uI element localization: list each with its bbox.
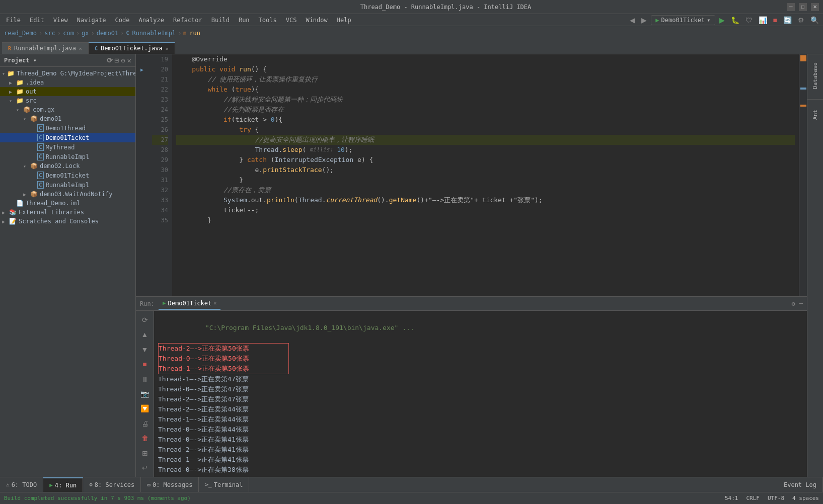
project-sidebar: Project ▾ ⟳ ⊟ ⚙ ✕ ▾ 📁 Thread_Demo G:\MyI… [0, 54, 136, 477]
line-separator[interactable]: CRLF [746, 495, 760, 501]
idea-folder-icon: 📁 [16, 79, 24, 86]
menu-view[interactable]: View [49, 16, 72, 25]
rerun-button[interactable]: ⟳ [138, 313, 152, 326]
run-tab-close-icon[interactable]: ✕ [213, 300, 216, 306]
tree-item-iml[interactable]: 📄 Thread_Demo.iml [0, 199, 135, 208]
database-panel-label[interactable]: Database [810, 58, 820, 93]
navigate-back-button[interactable]: ◀ [628, 15, 637, 25]
menu-vcs[interactable]: VCS [282, 16, 301, 25]
run-output[interactable]: "C:\Program Files\Java\jdk1.8.0_191\bin\… [154, 311, 807, 477]
print-button[interactable]: 🖨 [138, 416, 152, 430]
linenum-34: 34 [152, 205, 168, 215]
breadcrumb-method[interactable]: run [189, 30, 200, 37]
navigate-forward-button[interactable]: ▶ [639, 15, 649, 25]
bottom-tab-run[interactable]: ▶ 4: Run [43, 477, 83, 492]
gutter-33 [136, 195, 148, 205]
bottom-tab-terminal[interactable]: >_ Terminal [199, 477, 249, 492]
type-interrupted: InterruptedException [275, 155, 354, 165]
filter-button[interactable]: 🔽 [138, 402, 152, 415]
code-line-23: //解决线程安全问题第一种：同步代码块 [176, 95, 795, 105]
code-content-area[interactable]: @Override public void run () { // 使用死循环，… [172, 54, 799, 296]
menu-edit[interactable]: Edit [26, 16, 48, 25]
tree-item-demo1thread[interactable]: C Demo1Thread [0, 123, 135, 133]
stop-run-button[interactable]: ■ [138, 357, 152, 371]
gutter-20[interactable]: ▶ [136, 64, 148, 74]
tab-runnableimpl-close[interactable]: ✕ [79, 46, 82, 51]
profiler-button[interactable]: 📊 [757, 15, 769, 25]
bottom-tab-todo[interactable]: ⚠ 6: TODO [0, 477, 43, 492]
run-tab-demo01ticket[interactable]: ▶ Demo01Ticket ✕ [159, 298, 220, 310]
tab-demo01ticket[interactable]: C Demo01Ticket.java ✕ [89, 42, 175, 54]
tree-item-idea[interactable]: ▶ 📁 .idea [0, 78, 135, 87]
pause-button[interactable]: ⏸ [138, 372, 152, 386]
breadcrumb-com[interactable]: com [63, 30, 74, 37]
maximize-button[interactable]: □ [799, 3, 807, 11]
sidebar-sync-icon[interactable]: ⟳ [107, 56, 113, 64]
delete-button[interactable]: 🗑 [138, 432, 152, 445]
menu-window[interactable]: Window [302, 16, 331, 25]
menu-help[interactable]: Help [333, 16, 355, 25]
linenum-24: 24 [152, 105, 168, 115]
tab-demo01ticket-close[interactable]: ✕ [166, 46, 169, 51]
tree-item-runnableimpl[interactable]: C RunnableImpl [0, 152, 135, 161]
menu-refactor[interactable]: Refactor [169, 16, 206, 25]
settings-button[interactable]: ⚙ [796, 15, 806, 25]
expand-all-button[interactable]: ⊞ [138, 446, 152, 460]
menu-code[interactable]: Code [111, 16, 134, 25]
tree-item-out[interactable]: ▶ 📁 out [0, 87, 135, 96]
bottom-tab-services[interactable]: ⚙ 8: Services [83, 477, 141, 492]
sidebar-settings-icon[interactable]: ⚙ [121, 56, 125, 64]
tree-item-demo02-runnableimpl[interactable]: C RunnableImpl [0, 180, 135, 190]
ant-panel-label[interactable]: Ant [810, 106, 820, 124]
run-button[interactable]: ▶ [717, 15, 727, 25]
breadcrumb-gx[interactable]: gx [82, 30, 89, 37]
tree-item-src[interactable]: ▾ 📁 src [0, 96, 135, 105]
tree-item-extlibs[interactable]: ▶ 📚 External Libraries [0, 208, 135, 217]
breadcrumb-src[interactable]: src [44, 30, 55, 37]
debug-button[interactable]: 🐛 [729, 15, 741, 25]
sync-button[interactable]: 🔄 [781, 15, 794, 25]
sidebar-close-icon[interactable]: ✕ [127, 56, 131, 64]
tab-runnableimpl[interactable]: R RunnableImpl.java ✕ [2, 42, 89, 54]
menu-navigate[interactable]: Navigate [73, 16, 110, 25]
bottom-tab-services-label: 8: Services [95, 481, 134, 488]
menu-run[interactable]: Run [235, 16, 254, 25]
close-button[interactable]: ✕ [811, 3, 819, 11]
gutter-30 [136, 165, 148, 175]
tree-item-demo02-demo01ticket[interactable]: C Demo01Ticket [0, 171, 135, 180]
use-soft-wraps-button[interactable]: ↵ [138, 461, 152, 475]
tree-item-scratches[interactable]: ▶ 📝 Scratches and Consoles [0, 217, 135, 226]
search-everywhere-button[interactable]: 🔍 [808, 15, 821, 25]
scroll-up-button[interactable]: ▲ [138, 327, 152, 341]
run-config-selector[interactable]: ▶ Demo01Ticket ▾ [651, 15, 715, 25]
run-with-coverage-button[interactable]: 🛡 [743, 15, 755, 25]
breadcrumb-project[interactable]: read_Demo [4, 30, 37, 37]
file-encoding[interactable]: UTF-8 [768, 495, 784, 501]
tree-item-mythread[interactable]: C MyThread [0, 142, 135, 152]
bottom-tab-run-label: 4: Run [55, 482, 77, 489]
tree-item-demo02[interactable]: ▾ 📦 demo02.Lock [0, 161, 135, 171]
menu-file[interactable]: File [2, 16, 25, 25]
scroll-down-button[interactable]: ▼ [138, 343, 152, 356]
run-minimize-icon[interactable]: ─ [799, 300, 803, 307]
tree-item-demo01[interactable]: ▾ 📦 demo01 [0, 114, 135, 123]
sidebar-collapse-icon[interactable]: ⊟ [115, 56, 119, 64]
menu-build[interactable]: Build [207, 16, 234, 25]
bottom-tab-messages[interactable]: ✉ 0: Messages [141, 477, 199, 492]
run-settings-icon[interactable]: ⚙ [792, 300, 795, 307]
stop-button[interactable]: ■ [771, 15, 779, 25]
minimize-button[interactable]: ─ [787, 3, 795, 11]
camera-button[interactable]: 📷 [138, 387, 152, 400]
bottom-tab-eventlog[interactable]: Event Log [778, 477, 823, 492]
tree-item-demo03[interactable]: ▶ 📦 demo03.WaitAndNotify [0, 190, 135, 199]
menu-analyze[interactable]: Analyze [134, 16, 168, 25]
code-line-34: ticket--; [176, 205, 795, 215]
indent-setting[interactable]: 4 spaces [792, 495, 819, 501]
tree-item-demo01ticket[interactable]: C Demo01Ticket [0, 133, 135, 142]
cursor-position[interactable]: 54:1 [725, 495, 738, 501]
breadcrumb-demo01[interactable]: demo01 [97, 30, 118, 37]
breadcrumb-class[interactable]: RunnableImpl [132, 30, 176, 37]
tree-item-root[interactable]: ▾ 📁 Thread_Demo G:\MyIdeaProject\Thre... [0, 69, 135, 78]
tree-item-comgx[interactable]: ▾ 📦 com.gx [0, 105, 135, 114]
menu-tools[interactable]: Tools [255, 16, 281, 25]
